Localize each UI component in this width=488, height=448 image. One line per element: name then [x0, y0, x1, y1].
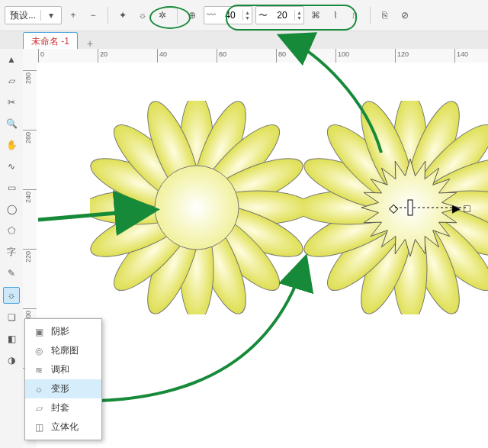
- zoom-tool[interactable]: 🔍: [4, 116, 19, 131]
- flyout-item-icon: ◫: [33, 422, 45, 433]
- center-handle-icon: ◇: [389, 201, 399, 214]
- zigzag-amplitude-input[interactable]: [218, 9, 242, 21]
- document-tab-active[interactable]: 未命名 -1: [23, 32, 78, 50]
- remove-preset-button[interactable]: −: [85, 7, 101, 24]
- zipper-distort-button[interactable]: ☼: [134, 7, 151, 24]
- ellipse-tool[interactable]: ◯: [4, 201, 19, 217]
- zigzag-frequency-spinner[interactable]: 〜 ▲▼: [255, 6, 304, 24]
- local-distort-button[interactable]: ⎍: [347, 7, 364, 24]
- flyout-item-label: 轮廓图: [51, 344, 79, 357]
- tab-title: 未命名 -1: [31, 35, 69, 48]
- polygon-tool[interactable]: ⬠: [4, 223, 19, 238]
- spinner-arrows[interactable]: ▲▼: [242, 10, 252, 21]
- ruler-horizontal: 020406080100120140: [23, 49, 488, 63]
- freehand-tool[interactable]: ✋: [4, 137, 19, 153]
- push-pull-distort-button[interactable]: ✦: [114, 7, 131, 24]
- effects-flyout: ▣阴影◎轮廓图≋调和☼变形▱封套◫立体化: [24, 318, 102, 440]
- blend-tool[interactable]: ❏: [4, 310, 19, 325]
- new-tab-button[interactable]: +: [82, 37, 98, 50]
- smooth-distort-button[interactable]: ⌇: [327, 7, 344, 24]
- effects-tool[interactable]: ☼: [3, 287, 20, 304]
- flyout-item-0[interactable]: ▣阴影: [25, 322, 101, 341]
- flower-shape-plain[interactable]: [90, 101, 303, 314]
- crop-tool[interactable]: ✂: [4, 95, 19, 110]
- fill-tool[interactable]: ◧: [4, 331, 19, 346]
- curve-tool[interactable]: ∿: [4, 159, 19, 174]
- flyout-item-label: 封套: [51, 401, 69, 414]
- flyout-item-icon: ☼: [33, 384, 45, 395]
- clear-distort-button[interactable]: ⊘: [396, 7, 413, 24]
- shape-tool[interactable]: ▱: [4, 73, 19, 89]
- zigzag-amplitude-spinner[interactable]: 〰 ▲▼: [204, 6, 252, 24]
- flyout-item-icon: ≋: [33, 365, 45, 375]
- frequency-icon: 〜: [256, 9, 270, 22]
- amplitude-handle[interactable]: [408, 200, 413, 215]
- flyout-item-label: 阴影: [51, 325, 69, 338]
- end-handle-icon: □: [464, 202, 470, 214]
- twister-distort-button[interactable]: ✲: [154, 7, 171, 24]
- zigzag-frequency-input[interactable]: [270, 9, 294, 21]
- add-preset-button[interactable]: +: [65, 7, 82, 24]
- flower-shape-distorted[interactable]: ◇ ▶ □: [303, 101, 488, 314]
- flyout-item-5[interactable]: ◫立体化: [25, 417, 101, 437]
- rectangle-tool[interactable]: ▭: [4, 180, 19, 195]
- flyout-item-label: 调和: [51, 363, 69, 376]
- outline-tool[interactable]: ◑: [4, 353, 19, 368]
- preset-label: 预设...: [5, 9, 40, 22]
- property-bar: 预设... ▾ + − ✦ ☼ ✲ ⊕ 〰 ▲▼ 〜 ▲▼ ⌘ ⌇ ⎍ ⎘ ⊘: [0, 0, 488, 31]
- chevron-down-icon: ▾: [40, 10, 61, 21]
- flyout-item-label: 变形: [51, 382, 69, 395]
- center-distort-button[interactable]: ⊕: [184, 7, 201, 24]
- document-tabs: 未命名 -1 +: [0, 31, 488, 50]
- separator: [370, 7, 371, 24]
- separator: [108, 7, 108, 24]
- random-distort-button[interactable]: ⌘: [307, 7, 324, 24]
- flyout-item-icon: ▱: [33, 403, 45, 414]
- flyout-item-1[interactable]: ◎轮廓图: [25, 341, 101, 360]
- svg-point-16: [155, 166, 239, 250]
- flyout-item-icon: ◎: [33, 346, 45, 356]
- spinner-arrows[interactable]: ▲▼: [294, 10, 303, 21]
- toolbox: ▲ ▱ ✂ 🔍 ✋ ∿ ▭ ◯ ⬠ 字 ✎ ☼ ❏ ◧ ◑: [0, 49, 24, 448]
- separator: [177, 7, 178, 24]
- eyedropper-tool[interactable]: ✎: [4, 266, 19, 281]
- pick-tool[interactable]: ▲: [4, 52, 19, 67]
- flyout-item-2[interactable]: ≋调和: [25, 360, 101, 379]
- distort-mode-group: ✦ ☼ ✲: [114, 7, 171, 24]
- drawing-canvas[interactable]: ◇ ▶ □: [37, 63, 488, 448]
- flyout-item-label: 立体化: [51, 421, 79, 433]
- flyout-item-4[interactable]: ▱封套: [25, 398, 101, 417]
- preset-dropdown[interactable]: 预设... ▾: [5, 6, 62, 24]
- flyout-item-3[interactable]: ☼变形: [25, 379, 101, 398]
- text-tool[interactable]: 字: [4, 244, 19, 259]
- flyout-item-icon: ▣: [33, 327, 45, 337]
- amplitude-icon: 〰: [204, 10, 218, 21]
- direction-handle-icon: ▶: [452, 202, 461, 214]
- copy-distort-button[interactable]: ⎘: [377, 7, 393, 24]
